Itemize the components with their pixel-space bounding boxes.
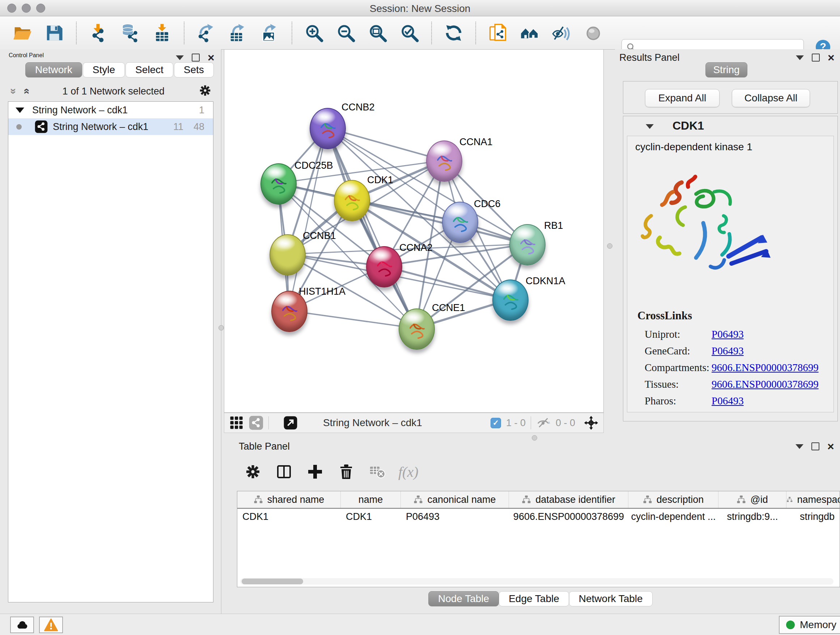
tab-string[interactable]: String — [706, 62, 747, 78]
bottom-splitter-handle[interactable] — [532, 435, 537, 440]
panel-float-icon[interactable] — [192, 54, 200, 62]
tab-network[interactable]: Network — [25, 62, 82, 78]
column-header--id[interactable]: @id — [718, 491, 786, 508]
network-view-canvas[interactable]: CCNB2CCNA1CDC25BCDK1CDC6RB1CCNB1CCNA2CDK… — [224, 49, 604, 413]
column-header-shared-name[interactable]: shared name — [237, 491, 341, 508]
panel-float-icon[interactable] — [812, 54, 820, 62]
collapse-all-button[interactable]: Collapse All — [732, 89, 810, 107]
node-RB1[interactable] — [509, 224, 546, 265]
zoom-fit-content-icon[interactable] — [368, 23, 388, 43]
crosslink-link[interactable]: P06493 — [712, 395, 744, 407]
warning-icon — [44, 618, 58, 632]
cell-database-identifier[interactable]: 9606.ENSP00000378699 — [509, 511, 628, 523]
collapse-all-icon[interactable]: » — [8, 88, 20, 95]
crosslink-link[interactable]: 9606.ENSP00000378699 — [712, 378, 819, 390]
panel-close-icon[interactable]: × — [828, 54, 835, 61]
network-options-gear-icon[interactable] — [198, 84, 212, 99]
panel-menu-icon[interactable] — [176, 55, 184, 60]
node-table[interactable]: shared namenamecanonical namedatabase id… — [237, 491, 840, 587]
show-hide-graphics-details-icon[interactable] — [551, 23, 572, 43]
zoom-selected-icon[interactable] — [399, 23, 420, 43]
crosslink-row: GeneCard:P06493 — [645, 342, 826, 359]
crosslink-link[interactable]: 9606.ENSP00000378699 — [712, 362, 819, 374]
network-row[interactable]: String Network – cdk1 11 48 — [8, 119, 213, 135]
expand-all-button[interactable]: Expand All — [645, 89, 720, 107]
warnings-button[interactable] — [39, 616, 63, 633]
zoom-out-icon[interactable] — [336, 23, 356, 43]
control-panel: Control Panel × NetworkStyleSelectSets »… — [0, 49, 221, 614]
panel-float-icon[interactable] — [812, 442, 819, 450]
crosslink-link[interactable]: P06493 — [712, 328, 744, 340]
column-header-name[interactable]: name — [341, 491, 401, 508]
node-CDC25B[interactable] — [261, 163, 297, 204]
cell-name[interactable]: CDK1 — [341, 511, 401, 523]
first-neighbors-icon[interactable] — [519, 23, 540, 43]
column-header-namespace[interactable]: namespace — [786, 491, 840, 508]
tab-select[interactable]: Select — [126, 62, 173, 78]
tree-expand-icon[interactable] — [16, 108, 24, 113]
node-CDKN1A[interactable] — [493, 279, 529, 321]
cell-shared-name[interactable]: CDK1 — [237, 511, 341, 523]
import-network-from-database-icon[interactable] — [120, 23, 141, 43]
tab-network-table[interactable]: Network Table — [569, 591, 653, 606]
left-splitter-handle[interactable] — [218, 325, 224, 331]
cell-description[interactable]: cyclin-dependent ... — [628, 511, 718, 523]
new-network-from-selection-icon[interactable] — [488, 23, 508, 43]
panel-menu-icon[interactable] — [796, 444, 804, 449]
open-session-icon[interactable] — [12, 23, 33, 43]
grid-mode-icon[interactable] — [229, 416, 244, 430]
selected-checkbox-icon[interactable]: ✓ — [491, 418, 501, 428]
import-network-from-file-icon[interactable] — [88, 23, 109, 43]
table-options-gear-icon[interactable] — [243, 462, 263, 482]
scrollbar-thumb[interactable] — [242, 578, 303, 584]
refresh-icon[interactable] — [444, 23, 464, 43]
section-collapse-icon[interactable] — [646, 124, 654, 129]
table-row[interactable]: CDK1CDK1P064939606.ENSP00000378699cyclin… — [237, 509, 840, 524]
cell--id[interactable]: stringdb:9... — [718, 511, 786, 523]
export-network-icon[interactable] — [196, 23, 216, 43]
birds-eye-view-icon[interactable] — [283, 416, 298, 430]
node-CCNA1[interactable] — [426, 141, 462, 182]
cell-canonical-name[interactable]: P06493 — [401, 511, 509, 523]
cell-namespace[interactable]: stringdb — [786, 511, 840, 523]
export-table-icon[interactable] — [228, 23, 248, 43]
node-CDK1[interactable] — [334, 180, 370, 221]
export-image-icon[interactable] — [260, 23, 280, 43]
crosslink-label: Uniprot: — [645, 328, 712, 340]
add-column-icon[interactable] — [305, 462, 325, 482]
node-CCNB1[interactable] — [270, 234, 306, 276]
panel-close-icon[interactable]: × — [827, 443, 834, 450]
horizontal-scrollbar[interactable] — [240, 578, 834, 585]
node-CCNB2[interactable] — [309, 108, 346, 149]
delete-column-trash-icon[interactable] — [336, 462, 356, 482]
table-panel-controls: × — [796, 442, 834, 450]
tab-edge-table[interactable]: Edge Table — [499, 591, 569, 606]
show-columns-icon[interactable] — [274, 462, 294, 482]
gene-section: CDK1 cyclin-dependent kinase 1 — [623, 116, 838, 421]
network-share-icon[interactable] — [249, 416, 264, 430]
fit-selected-crosshair-icon[interactable] — [584, 416, 598, 430]
cloud-icon — [15, 618, 29, 632]
zoom-in-icon[interactable] — [304, 23, 324, 43]
column-header-database-identifier[interactable]: database identifier — [509, 491, 628, 508]
network-collection-row[interactable]: String Network – cdk1 1 — [8, 102, 213, 119]
import-table-from-file-icon[interactable] — [152, 23, 172, 43]
memory-button[interactable]: Memory — [779, 616, 840, 634]
column-header-description[interactable]: description — [628, 491, 718, 508]
column-header-canonical-name[interactable]: canonical name — [401, 491, 509, 508]
cloud-button[interactable] — [10, 616, 34, 633]
crosslink-link[interactable]: P06493 — [712, 345, 744, 357]
panel-close-icon[interactable]: × — [208, 54, 215, 61]
table-panel: Table Panel × f(x) shared namenamecanoni… — [224, 433, 840, 614]
node-CDC6[interactable] — [442, 202, 478, 243]
node-CCNE1[interactable] — [399, 309, 435, 350]
right-splitter-handle[interactable] — [607, 243, 613, 249]
tab-sets[interactable]: Sets — [174, 62, 214, 78]
tab-style[interactable]: Style — [83, 62, 125, 78]
expand-all-icon[interactable]: » — [19, 88, 32, 95]
save-session-icon[interactable] — [44, 23, 65, 43]
panel-menu-icon[interactable] — [796, 55, 804, 60]
tab-node-table[interactable]: Node Table — [428, 591, 499, 606]
node-CCNA2[interactable] — [366, 246, 402, 287]
level-of-detail-icon[interactable] — [583, 23, 603, 43]
